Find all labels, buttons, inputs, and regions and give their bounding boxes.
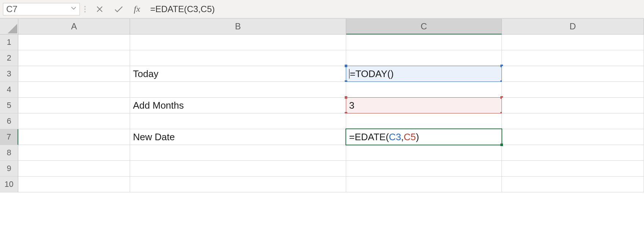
cell-d8[interactable] bbox=[502, 145, 644, 161]
cell-c8[interactable] bbox=[346, 145, 502, 161]
cell-b5[interactable]: Add Months bbox=[130, 98, 346, 113]
cell-d10[interactable] bbox=[502, 177, 644, 192]
enter-button[interactable] bbox=[109, 3, 128, 15]
cell-c9[interactable] bbox=[346, 161, 502, 177]
row-header-10[interactable]: 10 bbox=[0, 177, 18, 192]
formula-input[interactable] bbox=[146, 3, 644, 15]
row-header-4[interactable]: 4 bbox=[0, 82, 18, 98]
cell-c3[interactable]: =TODAY() bbox=[346, 66, 502, 82]
cell-a5[interactable] bbox=[18, 98, 130, 113]
cell-c5[interactable]: 3 bbox=[346, 98, 502, 113]
column-header-a[interactable]: A bbox=[18, 19, 130, 35]
cell-b3[interactable]: Today bbox=[130, 66, 346, 82]
row-header-2[interactable]: 2 bbox=[0, 50, 18, 66]
row-header-9[interactable]: 9 bbox=[0, 161, 18, 177]
fill-handle[interactable] bbox=[500, 143, 503, 146]
cell-a3[interactable] bbox=[18, 66, 130, 82]
cell-d4[interactable] bbox=[502, 82, 644, 98]
cell-a7[interactable] bbox=[18, 129, 130, 145]
cell-d7[interactable] bbox=[502, 129, 644, 145]
cell-a6[interactable] bbox=[18, 113, 130, 129]
select-all-corner[interactable] bbox=[0, 19, 18, 35]
column-header-c[interactable]: C bbox=[346, 19, 502, 35]
cell-b4[interactable] bbox=[130, 82, 346, 98]
cell-d5[interactable] bbox=[502, 98, 644, 113]
column-header-b[interactable]: B bbox=[130, 19, 346, 35]
cell-d1[interactable] bbox=[502, 35, 644, 50]
cell-a10[interactable] bbox=[18, 177, 130, 192]
column-header-d[interactable]: D bbox=[502, 19, 644, 35]
cell-b9[interactable] bbox=[130, 161, 346, 177]
row-header-1[interactable]: 1 bbox=[0, 35, 18, 50]
cell-b7[interactable]: New Date bbox=[130, 129, 346, 145]
formula-bar: fx bbox=[0, 0, 644, 18]
cell-a4[interactable] bbox=[18, 82, 130, 98]
cell-b1[interactable] bbox=[130, 35, 346, 50]
spreadsheet-grid: A B C D 1 2 3 Today =TODAY() 4 5 Add Mon… bbox=[0, 18, 644, 192]
cell-a2[interactable] bbox=[18, 50, 130, 66]
cell-d9[interactable] bbox=[502, 161, 644, 177]
cell-a1[interactable] bbox=[18, 35, 130, 50]
cell-b2[interactable] bbox=[130, 50, 346, 66]
cell-c6[interactable] bbox=[346, 113, 502, 129]
row-header-5[interactable]: 5 bbox=[0, 98, 18, 113]
cell-c3-value: =TODAY() bbox=[350, 68, 394, 80]
cell-d2[interactable] bbox=[502, 50, 644, 66]
row-header-6[interactable]: 6 bbox=[0, 113, 18, 129]
cell-b8[interactable] bbox=[130, 145, 346, 161]
cell-c5-value: 3 bbox=[349, 100, 354, 111]
cell-c4[interactable] bbox=[346, 82, 502, 98]
cell-c1[interactable] bbox=[346, 35, 502, 50]
cell-d6[interactable] bbox=[502, 113, 644, 129]
insert-function-button[interactable]: fx bbox=[128, 4, 146, 14]
cell-d3[interactable] bbox=[502, 66, 644, 82]
cell-c7[interactable]: =EDATE(C3,C5) bbox=[346, 129, 502, 145]
formula-bar-separator bbox=[80, 3, 90, 15]
cell-a8[interactable] bbox=[18, 145, 130, 161]
cell-c10[interactable] bbox=[346, 177, 502, 192]
cancel-button[interactable] bbox=[90, 3, 109, 15]
cell-b10[interactable] bbox=[130, 177, 346, 192]
cell-b6[interactable] bbox=[130, 113, 346, 129]
name-box-container bbox=[3, 3, 80, 15]
row-header-7[interactable]: 7 bbox=[0, 129, 18, 145]
row-header-3[interactable]: 3 bbox=[0, 66, 18, 82]
row-header-8[interactable]: 8 bbox=[0, 145, 18, 161]
cell-a9[interactable] bbox=[18, 161, 130, 177]
text-cursor-icon bbox=[349, 69, 349, 79]
cell-c2[interactable] bbox=[346, 50, 502, 66]
name-box[interactable] bbox=[3, 3, 80, 15]
cell-c7-formula: =EDATE(C3,C5) bbox=[349, 131, 419, 143]
